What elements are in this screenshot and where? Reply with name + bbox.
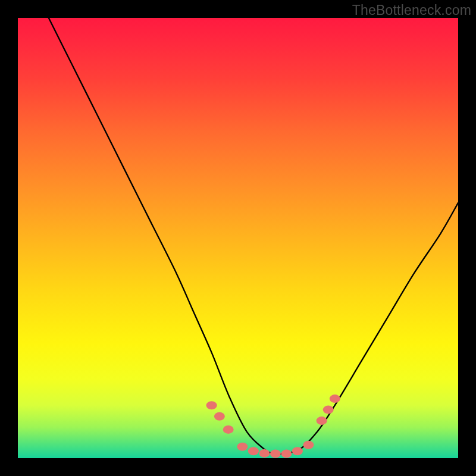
dot-right-upper [330, 394, 340, 403]
dot-valley-c1 [259, 449, 270, 458]
curve-svg [18, 18, 458, 458]
plot-area [18, 18, 458, 458]
dot-valley-r1 [292, 447, 303, 455]
dot-valley-c3 [281, 450, 292, 458]
dot-valley-c2 [270, 450, 281, 458]
dot-left-lower [223, 425, 234, 434]
watermark-text: TheBottleneck.com [352, 2, 471, 18]
dot-valley-l2 [248, 447, 259, 455]
curve-markers [206, 394, 340, 458]
chart-frame: TheBottleneck.com [0, 0, 476, 476]
dot-left-mid [214, 412, 225, 421]
bottleneck-curve [49, 18, 458, 455]
dot-valley-l1 [237, 443, 248, 451]
dot-right-lower [317, 416, 327, 425]
dot-left-upper [206, 401, 217, 409]
dot-valley-r2 [303, 441, 314, 449]
dot-right-mid [323, 406, 334, 414]
